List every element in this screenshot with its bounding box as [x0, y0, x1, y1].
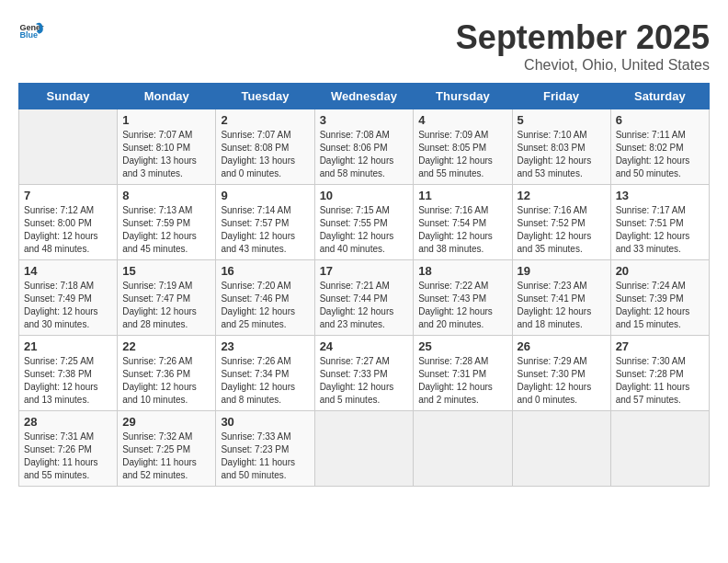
day-info: Sunrise: 7:19 AMSunset: 7:47 PMDaylight:…	[122, 280, 210, 331]
calendar-day-cell	[19, 109, 118, 185]
day-number: 28	[24, 415, 112, 429]
day-info: Sunrise: 7:08 AMSunset: 8:06 PMDaylight:…	[320, 129, 409, 180]
calendar-week-row: 28Sunrise: 7:31 AMSunset: 7:26 PMDayligh…	[19, 411, 710, 487]
calendar-day-cell: 15Sunrise: 7:19 AMSunset: 7:47 PMDayligh…	[118, 260, 216, 336]
day-number: 13	[616, 189, 704, 202]
day-info: Sunrise: 7:26 AMSunset: 7:34 PMDaylight:…	[221, 355, 309, 407]
day-number: 23	[221, 339, 309, 353]
weekday-header-cell: Saturday	[610, 84, 709, 109]
day-info: Sunrise: 7:22 AMSunset: 7:43 PMDaylight:…	[418, 280, 506, 331]
day-number: 26	[518, 339, 606, 353]
calendar-day-cell: 24Sunrise: 7:27 AMSunset: 7:33 PMDayligh…	[314, 336, 414, 411]
day-info: Sunrise: 7:20 AMSunset: 7:46 PMDaylight:…	[221, 280, 309, 331]
day-number: 1	[122, 113, 210, 127]
calendar-day-cell: 25Sunrise: 7:28 AMSunset: 7:31 PMDayligh…	[414, 336, 512, 411]
calendar-day-cell: 14Sunrise: 7:18 AMSunset: 7:49 PMDayligh…	[19, 260, 118, 336]
calendar-week-row: 21Sunrise: 7:25 AMSunset: 7:38 PMDayligh…	[19, 336, 710, 411]
day-number: 14	[24, 264, 112, 278]
day-number: 30	[221, 415, 309, 429]
day-number: 3	[320, 113, 409, 127]
title-block: September 2025 Cheviot, Ohio, United Sta…	[456, 18, 710, 74]
month-title: September 2025	[456, 18, 710, 57]
day-number: 7	[24, 189, 112, 202]
day-info: Sunrise: 7:07 AMSunset: 8:10 PMDaylight:…	[122, 129, 210, 180]
logo-icon: General Blue	[18, 18, 44, 44]
day-number: 24	[320, 339, 409, 353]
calendar-day-cell	[314, 411, 414, 487]
day-number: 20	[616, 264, 704, 278]
calendar-day-cell: 8Sunrise: 7:13 AMSunset: 7:59 PMDaylight…	[118, 185, 216, 260]
calendar-day-cell: 1Sunrise: 7:07 AMSunset: 8:10 PMDaylight…	[118, 109, 216, 185]
calendar-day-cell	[512, 411, 610, 487]
day-info: Sunrise: 7:29 AMSunset: 7:30 PMDaylight:…	[518, 355, 606, 407]
day-number: 21	[24, 339, 112, 353]
day-info: Sunrise: 7:33 AMSunset: 7:23 PMDaylight:…	[221, 431, 309, 482]
calendar-day-cell: 9Sunrise: 7:14 AMSunset: 7:57 PMDaylight…	[216, 185, 314, 260]
day-number: 9	[221, 189, 309, 202]
calendar-day-cell: 29Sunrise: 7:32 AMSunset: 7:25 PMDayligh…	[118, 411, 216, 487]
calendar-day-cell: 26Sunrise: 7:29 AMSunset: 7:30 PMDayligh…	[512, 336, 610, 411]
day-info: Sunrise: 7:24 AMSunset: 7:39 PMDaylight:…	[616, 280, 704, 331]
day-info: Sunrise: 7:26 AMSunset: 7:36 PMDaylight:…	[122, 355, 210, 407]
day-info: Sunrise: 7:11 AMSunset: 8:02 PMDaylight:…	[616, 129, 704, 180]
day-info: Sunrise: 7:27 AMSunset: 7:33 PMDaylight:…	[320, 355, 409, 407]
day-number: 19	[518, 264, 606, 278]
calendar-day-cell: 18Sunrise: 7:22 AMSunset: 7:43 PMDayligh…	[414, 260, 512, 336]
day-number: 25	[418, 339, 506, 353]
calendar-day-cell: 10Sunrise: 7:15 AMSunset: 7:55 PMDayligh…	[314, 185, 414, 260]
day-number: 5	[518, 113, 606, 127]
calendar-day-cell: 6Sunrise: 7:11 AMSunset: 8:02 PMDaylight…	[610, 109, 709, 185]
day-info: Sunrise: 7:21 AMSunset: 7:44 PMDaylight:…	[320, 280, 409, 331]
calendar-day-cell: 22Sunrise: 7:26 AMSunset: 7:36 PMDayligh…	[118, 336, 216, 411]
weekday-header-cell: Wednesday	[314, 84, 414, 109]
logo: General Blue	[18, 18, 44, 44]
weekday-header-cell: Friday	[512, 84, 610, 109]
calendar-week-row: 1Sunrise: 7:07 AMSunset: 8:10 PMDaylight…	[19, 109, 710, 185]
calendar-day-cell: 21Sunrise: 7:25 AMSunset: 7:38 PMDayligh…	[19, 336, 118, 411]
calendar-day-cell: 7Sunrise: 7:12 AMSunset: 8:00 PMDaylight…	[19, 185, 118, 260]
calendar-day-cell: 12Sunrise: 7:16 AMSunset: 7:52 PMDayligh…	[512, 185, 610, 260]
calendar-day-cell: 13Sunrise: 7:17 AMSunset: 7:51 PMDayligh…	[610, 185, 709, 260]
day-number: 6	[616, 113, 704, 127]
day-info: Sunrise: 7:13 AMSunset: 7:59 PMDaylight:…	[122, 204, 210, 256]
weekday-header-cell: Monday	[118, 84, 216, 109]
day-number: 10	[320, 189, 409, 202]
day-number: 4	[418, 113, 506, 127]
day-info: Sunrise: 7:16 AMSunset: 7:52 PMDaylight:…	[518, 204, 606, 256]
calendar-week-row: 7Sunrise: 7:12 AMSunset: 8:00 PMDaylight…	[19, 185, 710, 260]
calendar-day-cell: 5Sunrise: 7:10 AMSunset: 8:03 PMDaylight…	[512, 109, 610, 185]
calendar-day-cell: 23Sunrise: 7:26 AMSunset: 7:34 PMDayligh…	[216, 336, 314, 411]
calendar-day-cell: 2Sunrise: 7:07 AMSunset: 8:08 PMDaylight…	[216, 109, 314, 185]
calendar-day-cell: 16Sunrise: 7:20 AMSunset: 7:46 PMDayligh…	[216, 260, 314, 336]
day-info: Sunrise: 7:15 AMSunset: 7:55 PMDaylight:…	[320, 204, 409, 256]
day-info: Sunrise: 7:10 AMSunset: 8:03 PMDaylight:…	[518, 129, 606, 180]
day-info: Sunrise: 7:23 AMSunset: 7:41 PMDaylight:…	[518, 280, 606, 331]
day-info: Sunrise: 7:25 AMSunset: 7:38 PMDaylight:…	[24, 355, 112, 407]
day-number: 15	[122, 264, 210, 278]
day-number: 18	[418, 264, 506, 278]
day-number: 8	[122, 189, 210, 202]
calendar-day-cell: 3Sunrise: 7:08 AMSunset: 8:06 PMDaylight…	[314, 109, 414, 185]
weekday-header-row: SundayMondayTuesdayWednesdayThursdayFrid…	[19, 84, 710, 109]
day-number: 11	[418, 189, 506, 202]
calendar-day-cell: 19Sunrise: 7:23 AMSunset: 7:41 PMDayligh…	[512, 260, 610, 336]
day-info: Sunrise: 7:31 AMSunset: 7:26 PMDaylight:…	[24, 431, 112, 482]
day-number: 17	[320, 264, 409, 278]
day-info: Sunrise: 7:14 AMSunset: 7:57 PMDaylight:…	[221, 204, 309, 256]
calendar-day-cell	[414, 411, 512, 487]
calendar-day-cell: 4Sunrise: 7:09 AMSunset: 8:05 PMDaylight…	[414, 109, 512, 185]
calendar-week-row: 14Sunrise: 7:18 AMSunset: 7:49 PMDayligh…	[19, 260, 710, 336]
day-info: Sunrise: 7:28 AMSunset: 7:31 PMDaylight:…	[418, 355, 506, 407]
day-info: Sunrise: 7:18 AMSunset: 7:49 PMDaylight:…	[24, 280, 112, 331]
day-info: Sunrise: 7:32 AMSunset: 7:25 PMDaylight:…	[122, 431, 210, 482]
calendar-day-cell: 27Sunrise: 7:30 AMSunset: 7:28 PMDayligh…	[610, 336, 709, 411]
calendar-day-cell: 11Sunrise: 7:16 AMSunset: 7:54 PMDayligh…	[414, 185, 512, 260]
page-header: General Blue September 2025 Cheviot, Ohi…	[18, 18, 710, 74]
weekday-header-cell: Tuesday	[216, 84, 314, 109]
day-info: Sunrise: 7:07 AMSunset: 8:08 PMDaylight:…	[221, 129, 309, 180]
calendar-body: 1Sunrise: 7:07 AMSunset: 8:10 PMDaylight…	[19, 109, 710, 487]
day-number: 29	[122, 415, 210, 429]
day-number: 16	[221, 264, 309, 278]
day-number: 12	[518, 189, 606, 202]
calendar-day-cell: 17Sunrise: 7:21 AMSunset: 7:44 PMDayligh…	[314, 260, 414, 336]
